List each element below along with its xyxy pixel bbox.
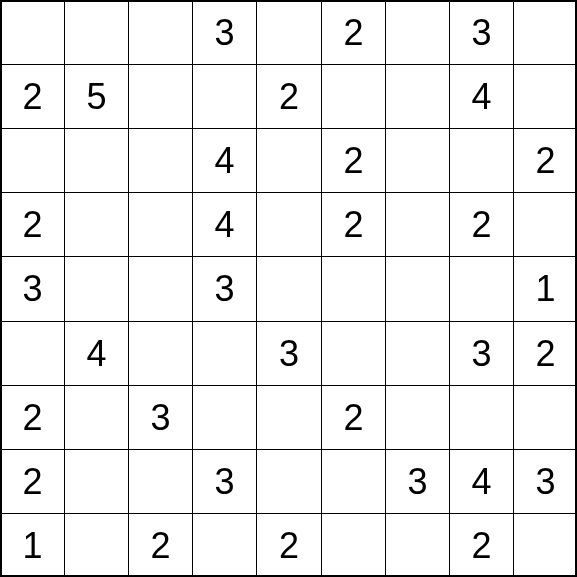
- grid-cell[interactable]: [192, 64, 257, 129]
- grid-cell[interactable]: [64, 385, 129, 450]
- grid-cell[interactable]: [321, 449, 386, 514]
- grid-cell[interactable]: 3: [256, 321, 322, 386]
- grid-cell[interactable]: [128, 64, 193, 129]
- grid-cell[interactable]: [513, 513, 577, 577]
- grid-cell[interactable]: 1: [513, 256, 577, 322]
- grid-cell[interactable]: 2: [256, 64, 322, 129]
- grid-cell[interactable]: [128, 0, 193, 65]
- grid-cell[interactable]: [256, 128, 322, 193]
- grid-cell[interactable]: 1: [0, 513, 65, 577]
- grid-cell[interactable]: [192, 385, 257, 450]
- grid-cell[interactable]: 2: [321, 128, 386, 193]
- grid-cell[interactable]: [128, 128, 193, 193]
- grid-cell[interactable]: 4: [192, 128, 257, 193]
- grid-cell[interactable]: 2: [321, 192, 386, 257]
- grid-cell[interactable]: 3: [0, 256, 65, 322]
- grid-cell[interactable]: [513, 64, 577, 129]
- grid-cell[interactable]: [128, 256, 193, 322]
- grid-cell[interactable]: 2: [256, 513, 322, 577]
- grid-cell[interactable]: [256, 192, 322, 257]
- grid-cell[interactable]: [321, 513, 386, 577]
- grid-cell[interactable]: [449, 256, 514, 322]
- grid-cell[interactable]: [385, 192, 450, 257]
- grid-cell-value: 2: [150, 525, 170, 567]
- grid-cell[interactable]: [192, 513, 257, 577]
- grid-cell[interactable]: [128, 449, 193, 514]
- grid-cell[interactable]: 4: [64, 321, 129, 386]
- grid-cell[interactable]: [449, 128, 514, 193]
- grid-cell[interactable]: [321, 256, 386, 322]
- grid-cell[interactable]: [128, 321, 193, 386]
- grid-cell[interactable]: 4: [192, 192, 257, 257]
- grid-cell-value: 2: [22, 461, 42, 503]
- grid-cell[interactable]: 4: [449, 449, 514, 514]
- grid-cell[interactable]: [513, 385, 577, 450]
- grid-cell[interactable]: [256, 256, 322, 322]
- puzzle-grid: 323252442224223314332232233431222: [0, 0, 577, 577]
- grid-cell[interactable]: 2: [0, 192, 65, 257]
- grid-cell[interactable]: [256, 0, 322, 65]
- grid-cell-value: 2: [471, 204, 491, 246]
- grid-cell-value: 3: [471, 333, 491, 375]
- grid-cell[interactable]: [385, 128, 450, 193]
- grid-cell[interactable]: [321, 64, 386, 129]
- grid-cell[interactable]: 3: [128, 385, 193, 450]
- grid-cell[interactable]: [256, 385, 322, 450]
- grid-cell-value: 2: [22, 204, 42, 246]
- grid-cell[interactable]: 3: [449, 0, 514, 65]
- grid-cell[interactable]: 3: [385, 449, 450, 514]
- grid-cell[interactable]: 2: [449, 513, 514, 577]
- grid-cell[interactable]: 2: [321, 385, 386, 450]
- grid-cell[interactable]: [128, 192, 193, 257]
- grid-cell[interactable]: [385, 0, 450, 65]
- grid-cell[interactable]: [64, 449, 129, 514]
- grid-cell[interactable]: 4: [449, 64, 514, 129]
- grid-cell[interactable]: [513, 0, 577, 65]
- grid-cell-value: 2: [343, 204, 363, 246]
- grid-cell[interactable]: [385, 256, 450, 322]
- grid-cell[interactable]: [64, 256, 129, 322]
- grid-cell[interactable]: [385, 64, 450, 129]
- grid-cell-value: 2: [343, 397, 363, 439]
- grid-cell[interactable]: 3: [513, 449, 577, 514]
- grid-cell[interactable]: 3: [449, 321, 514, 386]
- grid-cell[interactable]: [64, 513, 129, 577]
- grid-cell[interactable]: 5: [64, 64, 129, 129]
- grid-cell[interactable]: [385, 385, 450, 450]
- grid-cell[interactable]: 2: [449, 192, 514, 257]
- grid-cell[interactable]: 3: [192, 256, 257, 322]
- grid-cell[interactable]: [449, 385, 514, 450]
- grid-cell-value: 4: [86, 333, 106, 375]
- grid-cell-value: 2: [279, 525, 299, 567]
- grid-cell[interactable]: 2: [513, 128, 577, 193]
- grid-cell-value: 3: [407, 461, 427, 503]
- grid-cell-value: 3: [214, 268, 234, 310]
- grid-cell[interactable]: [192, 321, 257, 386]
- grid-cell[interactable]: [513, 192, 577, 257]
- grid-cell-value: 3: [22, 268, 42, 310]
- grid-cell-value: 1: [22, 525, 42, 567]
- grid-cell[interactable]: 3: [192, 0, 257, 65]
- grid-cell-value: 2: [343, 12, 363, 54]
- grid-cell[interactable]: 2: [128, 513, 193, 577]
- grid-cell[interactable]: 2: [0, 385, 65, 450]
- grid-cell[interactable]: 2: [513, 321, 577, 386]
- grid-cell[interactable]: [0, 321, 65, 386]
- grid-cell[interactable]: [64, 0, 129, 65]
- grid-cell-value: 3: [535, 461, 555, 503]
- grid-cell[interactable]: [385, 321, 450, 386]
- grid-cell[interactable]: [64, 128, 129, 193]
- grid-cell[interactable]: [385, 513, 450, 577]
- grid-cell[interactable]: [321, 321, 386, 386]
- grid-cell[interactable]: 2: [0, 64, 65, 129]
- grid-cell[interactable]: [256, 449, 322, 514]
- grid-cell-value: 3: [150, 397, 170, 439]
- grid-cell[interactable]: 2: [321, 0, 386, 65]
- grid-cell-value: 2: [279, 76, 299, 118]
- grid-cell[interactable]: 2: [0, 449, 65, 514]
- grid-cell[interactable]: [64, 192, 129, 257]
- grid-cell[interactable]: 3: [192, 449, 257, 514]
- grid-cell[interactable]: [0, 0, 65, 65]
- grid-cell-value: 4: [471, 461, 491, 503]
- grid-cell[interactable]: [0, 128, 65, 193]
